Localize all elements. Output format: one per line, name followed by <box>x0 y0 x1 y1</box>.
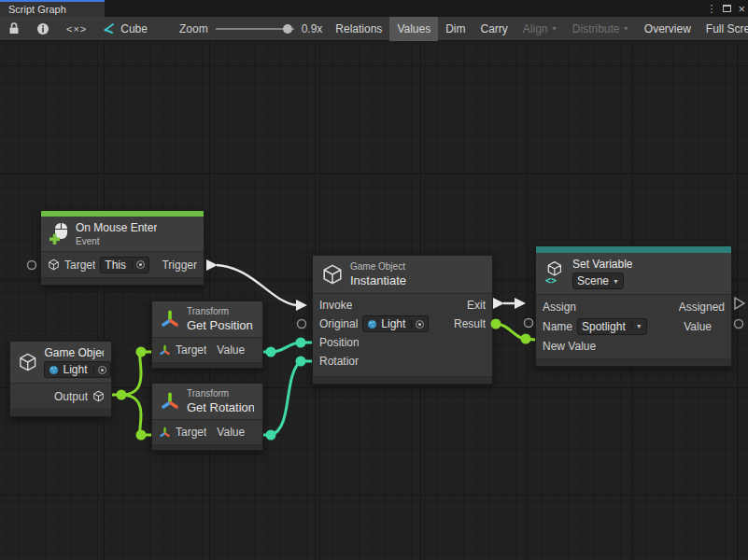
relations-button[interactable]: Relations <box>328 17 389 41</box>
transform-icon <box>160 309 180 329</box>
game-object-icon <box>48 259 60 271</box>
node-set-variable[interactable]: <> Set Variable Scene ▼ Assign Assigned … <box>535 245 732 367</box>
object-picker-icon[interactable] <box>416 320 424 329</box>
game-object-icon <box>321 263 344 286</box>
port-label-result: Result <box>454 317 486 330</box>
node-get-rotation[interactable]: Transform Get Rotation Target Value <box>151 383 263 451</box>
node-footer <box>152 362 262 368</box>
values-button[interactable]: Values <box>389 17 438 41</box>
node-footer <box>536 358 731 366</box>
port-label-trigger: Trigger <box>162 259 197 272</box>
light-icon <box>49 365 59 375</box>
node-footer <box>152 444 262 450</box>
port-label-new-value: New Value <box>543 340 596 353</box>
game-object-icon <box>92 390 105 402</box>
node-title: Get Rotation <box>187 400 254 414</box>
variable-accent-bar <box>536 246 731 253</box>
node-subtitle: Event <box>76 236 157 246</box>
close-icon[interactable]: × <box>738 3 745 15</box>
graph-reference[interactable]: Cube <box>95 22 153 35</box>
maximize-icon[interactable] <box>723 5 731 12</box>
node-footer <box>313 376 492 384</box>
game-object-icon <box>18 351 37 373</box>
port-label-assign: Assign <box>543 301 576 314</box>
node-game-object-light[interactable]: Game Object Light Output <box>9 341 112 417</box>
transform-icon <box>159 427 171 439</box>
port-label-position: Position <box>319 336 359 349</box>
light-object-field[interactable]: Light <box>44 361 110 378</box>
original-object-field[interactable]: Light <box>362 315 429 332</box>
mouse-enter-icon <box>49 222 69 246</box>
node-category: Transform <box>187 306 253 316</box>
port-label-target: Target <box>176 343 206 357</box>
port-label-original: Original <box>319 317 358 330</box>
align-dropdown[interactable]: Align ▼ <box>515 17 565 41</box>
port-label-value: Value <box>217 343 245 357</box>
zoom-label: Zoom <box>179 22 208 35</box>
variable-scope-dropdown[interactable]: Scene ▼ <box>572 273 624 289</box>
variable-name-dropdown[interactable]: Spotlight ▼ <box>577 318 647 335</box>
port-label-value: Value <box>217 426 245 439</box>
node-on-mouse-enter[interactable]: On Mouse Enter Event Target This Trigger <box>40 210 205 286</box>
node-get-position[interactable]: Transform Get Position Target Value <box>151 301 263 369</box>
zoom-slider-handle[interactable] <box>283 24 292 34</box>
port-label-assigned: Assigned <box>679 301 725 314</box>
lock-icon[interactable] <box>0 17 28 41</box>
zoom-value: 0.9x <box>302 22 323 35</box>
port-label-invoke: Invoke <box>319 299 352 312</box>
svg-text:<>: <> <box>545 275 557 286</box>
graph-icon <box>101 22 116 35</box>
zoom-slider[interactable] <box>216 23 294 35</box>
window-menu-icon[interactable]: ⋮ <box>706 4 716 14</box>
port-label-output: Output <box>54 390 88 403</box>
object-picker-icon[interactable] <box>136 260 145 269</box>
port-label-value: Value <box>684 320 725 333</box>
port-label-exit: Exit <box>467 299 486 312</box>
chevron-down-icon: ▼ <box>636 323 642 329</box>
transform-icon <box>159 344 171 357</box>
title-bar: Script Graph ⋮ × <box>0 0 748 17</box>
chevron-down-icon: ▼ <box>623 25 629 32</box>
node-footer <box>10 409 111 416</box>
distribute-dropdown[interactable]: Distribute ▼ <box>565 17 637 41</box>
node-category: Transform <box>187 388 254 399</box>
unity-script-graph-window: Script Graph ⋮ × <×> <box>0 0 748 560</box>
node-title: Instantiate <box>350 273 406 287</box>
port-label-rotation: Rotation <box>319 355 359 368</box>
dim-button[interactable]: Dim <box>438 17 473 41</box>
edit-code-icon[interactable]: <×> <box>58 17 95 41</box>
info-icon[interactable] <box>28 17 58 41</box>
node-category: Game Object <box>350 261 406 272</box>
node-footer <box>41 277 204 285</box>
target-object-field[interactable]: This <box>100 257 149 273</box>
chevron-down-icon: ▼ <box>613 278 619 285</box>
tab-title: Script Graph <box>8 4 66 15</box>
port-label-name: Name <box>543 320 572 333</box>
carry-button[interactable]: Carry <box>473 17 515 41</box>
graph-toolbar: <×> Cube Zoom 0.9x Relations Values Dim … <box>0 17 748 41</box>
port-label-target: Target <box>176 426 206 439</box>
set-variable-icon: <> <box>543 261 566 286</box>
node-title: Get Position <box>187 318 253 332</box>
node-title: Game Object <box>44 346 104 359</box>
chevron-down-icon: ▼ <box>551 25 557 32</box>
node-title: On Mouse Enter <box>76 221 157 234</box>
full-screen-button[interactable]: Full Screen <box>699 17 748 41</box>
light-icon <box>367 319 377 329</box>
node-instantiate[interactable]: Game Object Instantiate Invoke Exit Orig… <box>312 255 493 385</box>
overview-button[interactable]: Overview <box>637 17 699 41</box>
node-title: Set Variable <box>572 258 632 271</box>
transform-icon <box>160 391 180 412</box>
object-picker-icon[interactable] <box>98 366 106 374</box>
tab-script-graph[interactable]: Script Graph <box>0 0 105 17</box>
port-label-target: Target <box>64 259 95 272</box>
graph-name: Cube <box>120 22 148 35</box>
